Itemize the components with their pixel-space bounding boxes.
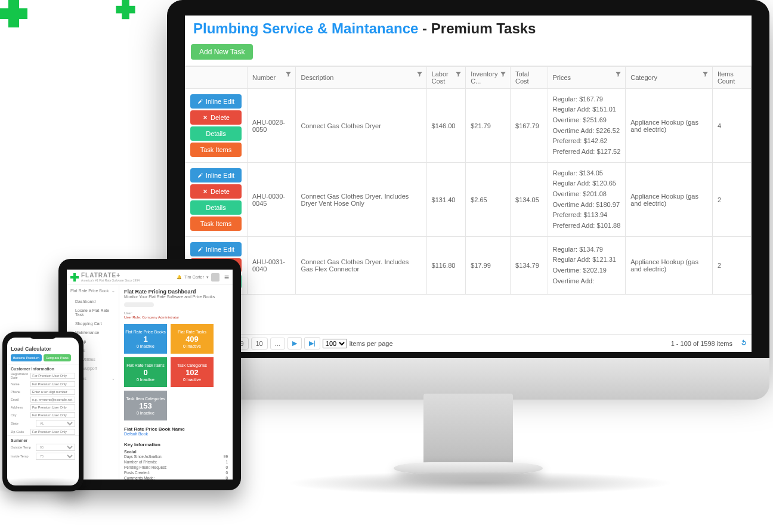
- form-row: Registration Date: [7, 371, 79, 380]
- cell-category: Appliance Hookup (gas and electric): [626, 89, 713, 163]
- desktop-monitor: Plumbing Service & Maintanance - Premium…: [167, 0, 769, 417]
- delete-button[interactable]: Delete: [190, 184, 242, 199]
- inline-edit-button[interactable]: Inline Edit: [190, 168, 242, 183]
- field-select[interactable]: AL: [36, 420, 75, 427]
- form-row: Outside Temp95: [7, 443, 79, 451]
- field-select[interactable]: 75: [36, 453, 75, 460]
- menu-icon[interactable]: ≡: [224, 273, 229, 282]
- brand-tagline: America's #1 Flat Rate Software Since 19…: [81, 279, 140, 282]
- cell-category: Appliance Hookup (gas and electric): [626, 163, 713, 237]
- pager-range: 1 - 100 of 1598 items: [671, 340, 732, 347]
- cell-items-count: 2: [712, 163, 751, 237]
- stat-card[interactable]: Task Item Categories1530 Inactive: [124, 391, 167, 420]
- cell-inventory-cost: $2.65: [466, 163, 511, 237]
- sidebar-item[interactable]: Locate a Flat Rate Task: [67, 306, 119, 319]
- form-row: Inside Temp75: [7, 451, 79, 460]
- compare-plans-button[interactable]: Compare Plans: [44, 354, 71, 361]
- stat-card[interactable]: Flat Rate Tasks4090 Inactive: [171, 324, 214, 354]
- summer-heading: Summer: [7, 435, 79, 443]
- details-button[interactable]: Details: [190, 200, 242, 215]
- inline-edit-button[interactable]: Inline Edit: [190, 242, 242, 256]
- field-select[interactable]: 95: [36, 444, 75, 451]
- col-total-cost[interactable]: Total Cost: [511, 67, 548, 89]
- refresh-icon[interactable]: [740, 339, 748, 348]
- table-row: Inline Edit Delete Details AHU-0031-0040…: [185, 237, 752, 295]
- col-items-count[interactable]: Items Count: [712, 67, 751, 89]
- user-name[interactable]: Tim Carter: [184, 275, 204, 279]
- pager-page-button[interactable]: 10: [251, 338, 268, 349]
- page-size-label: items per page: [350, 340, 393, 347]
- brand-name: FLATRATE+: [81, 272, 140, 279]
- col-description[interactable]: Description: [296, 67, 426, 89]
- cell-labor-cost: $131.40: [426, 163, 466, 237]
- stat-card[interactable]: Task Categories1020 Inactive: [171, 357, 214, 387]
- cell-prices: Regular: $167.79Regular Add: $151.01Over…: [548, 89, 626, 163]
- pager-next-button[interactable]: ▶: [287, 337, 302, 349]
- sidebar-item[interactable]: Shopping Cart: [67, 319, 119, 328]
- cell-inventory-cost: $21.79: [466, 89, 511, 163]
- col-category[interactable]: Category: [626, 67, 713, 89]
- tablet-device: FLATRATE+ America's #1 Flat Rate Softwar…: [58, 259, 241, 490]
- col-labor-cost[interactable]: Labor Cost: [426, 67, 466, 89]
- cell-items-count: 2: [712, 237, 751, 295]
- field-input[interactable]: [30, 373, 75, 379]
- add-new-task-button[interactable]: Add New Task: [191, 44, 253, 60]
- stat-card[interactable]: Flat Rate Task Items00 Inactive: [124, 357, 167, 387]
- filter-icon[interactable]: [702, 71, 709, 79]
- placeholder-pill: [124, 302, 154, 307]
- cell-description: Connect Gas Clothes Dryer. Includes Gas …: [296, 237, 426, 295]
- col-number[interactable]: Number: [248, 67, 296, 89]
- cell-inventory-cost: $17.99: [466, 237, 511, 295]
- field-input[interactable]: [30, 404, 75, 410]
- col-prices[interactable]: Prices: [548, 67, 626, 89]
- filter-icon[interactable]: [455, 71, 462, 79]
- task-items-button[interactable]: Task Items: [190, 216, 242, 231]
- filter-icon[interactable]: [615, 71, 622, 79]
- task-items-button[interactable]: Task Items: [190, 143, 242, 157]
- kv-row: Days Since Activation:99: [124, 454, 228, 459]
- become-premium-button[interactable]: Become Premium: [11, 354, 42, 361]
- filter-icon[interactable]: [500, 71, 506, 79]
- tablet-header: FLATRATE+ America's #1 Flat Rate Softwar…: [67, 270, 233, 285]
- phone-device: Load Calculator Become Premium Compare P…: [2, 332, 84, 491]
- chevron-down-icon[interactable]: ⌄: [112, 289, 115, 293]
- cell-total-cost: $134.79: [511, 237, 548, 295]
- form-row: Email: [7, 395, 79, 403]
- kv-row: Posts Created:0: [124, 470, 228, 475]
- cell-items-count: 4: [712, 89, 751, 163]
- form-row: Address: [7, 403, 79, 411]
- stat-card[interactable]: Flat Rate Price Books10 Inactive: [124, 324, 167, 354]
- pager-page-button[interactable]: ...: [270, 338, 285, 349]
- cell-total-cost: $167.79: [511, 89, 548, 163]
- cell-category: Appliance Hookup (gas and electric): [626, 237, 713, 295]
- cell-prices: Regular: $134.79Regular Add: $121.31Over…: [548, 237, 626, 295]
- cell-prices: Regular: $134.05Regular Add: $120.65Over…: [548, 163, 626, 237]
- kv-row: Number of Friends:1: [124, 459, 228, 465]
- pager-last-button[interactable]: ▶|: [304, 337, 320, 349]
- bell-icon[interactable]: 🔔: [177, 275, 182, 280]
- page-size-select[interactable]: 100: [323, 339, 347, 348]
- field-input[interactable]: [30, 412, 75, 418]
- details-button[interactable]: Details: [190, 126, 242, 141]
- avatar[interactable]: [211, 273, 219, 282]
- dashboard-title: Flat Rate Pricing Dashboard: [124, 289, 228, 295]
- table-header-row: Number Description Labor Cost Inventory …: [185, 67, 752, 89]
- delete-button[interactable]: Delete: [190, 110, 242, 125]
- kv-row: Comments Made:0: [124, 475, 228, 480]
- cell-description: Connect Gas Clothes Dryer: [296, 89, 426, 163]
- cell-number: AHU-0030-0045: [248, 163, 296, 237]
- col-inventory-cost[interactable]: Inventory C...: [466, 67, 511, 89]
- page-title: Plumbing Service & Maintanance - Premium…: [185, 16, 752, 42]
- cell-labor-cost: $116.80: [426, 237, 466, 295]
- field-input[interactable]: [30, 389, 75, 395]
- filter-icon[interactable]: [285, 71, 292, 79]
- field-input[interactable]: [30, 429, 75, 435]
- form-row: Zip Code: [7, 428, 79, 435]
- form-row: StateAL: [7, 419, 79, 428]
- field-input[interactable]: [30, 381, 75, 387]
- field-input[interactable]: [30, 397, 75, 403]
- sidebar-item[interactable]: Dashboard: [67, 297, 119, 306]
- inline-edit-button[interactable]: Inline Edit: [190, 94, 242, 109]
- default-book-link[interactable]: Default Book: [124, 432, 228, 436]
- filter-icon[interactable]: [416, 71, 423, 79]
